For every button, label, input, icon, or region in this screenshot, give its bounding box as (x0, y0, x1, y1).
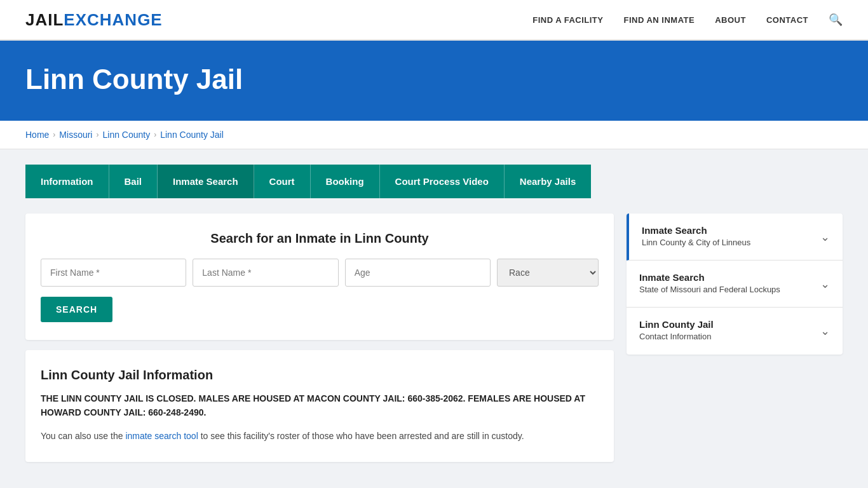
sidebar-item-2-subtitle: State of Missouri and Federal Lockups (639, 284, 780, 295)
breadcrumb: Home › Missouri › Linn County › Linn Cou… (25, 130, 843, 140)
info-description: You can also use the inmate search tool … (41, 429, 599, 444)
chevron-down-icon-2: ⌄ (820, 277, 830, 291)
main-nav: FIND A FACILITY FIND AN INMATE ABOUT CON… (532, 13, 843, 27)
last-name-input[interactable] (193, 259, 338, 287)
info-desc-1: You can also use the (41, 431, 125, 441)
inmate-search-link[interactable]: inmate search tool (125, 431, 198, 441)
search-title: Search for an Inmate in Linn County (41, 231, 599, 246)
breadcrumb-sep-1: › (53, 130, 55, 139)
info-title: Linn County Jail Information (41, 368, 599, 383)
sidebar-item-1-title: Inmate Search (642, 225, 750, 236)
header: JAILEXCHANGE FIND A FACILITY FIND AN INM… (0, 0, 868, 41)
tab-information[interactable]: Information (25, 165, 109, 198)
search-button[interactable]: SEARCH (41, 297, 112, 322)
header-search-button[interactable]: 🔍 (829, 13, 843, 27)
left-column: Search for an Inmate in Linn County Race… (25, 214, 614, 462)
info-warning: THE LINN COUNTY JAIL IS CLOSED. MALES AR… (41, 391, 599, 420)
tab-booking[interactable]: Booking (311, 165, 380, 198)
logo-exchange: EXCHANGE (64, 10, 162, 29)
breadcrumb-bar: Home › Missouri › Linn County › Linn Cou… (0, 121, 868, 149)
breadcrumb-sep-3: › (154, 130, 156, 139)
chevron-down-icon-3: ⌄ (820, 324, 830, 338)
right-sidebar: Inmate Search Linn County & City of Linn… (627, 214, 843, 355)
sidebar-item-2[interactable]: Inmate Search State of Missouri and Fede… (627, 261, 843, 308)
chevron-down-icon-1: ⌄ (820, 230, 830, 244)
sidebar-item-3-left: Linn County Jail Contact Information (639, 319, 714, 342)
tab-court[interactable]: Court (254, 165, 311, 198)
page-title: Linn County Jail (25, 64, 843, 95)
sidebar-item-3-title: Linn County Jail (639, 319, 714, 330)
sidebar-item-1[interactable]: Inmate Search Linn County & City of Linn… (627, 214, 843, 261)
sidebar-item-1-left: Inmate Search Linn County & City of Linn… (642, 225, 750, 248)
logo[interactable]: JAILEXCHANGE (25, 10, 163, 30)
nav-find-inmate[interactable]: FIND AN INMATE (623, 15, 695, 25)
nav-find-facility[interactable]: FIND A FACILITY (532, 15, 603, 25)
sidebar-item-2-left: Inmate Search State of Missouri and Fede… (639, 272, 780, 295)
main-content: Search for an Inmate in Linn County Race… (0, 198, 868, 487)
logo-jail: JAIL (25, 10, 64, 29)
first-name-input[interactable] (41, 259, 186, 287)
breadcrumb-sep-2: › (96, 130, 98, 139)
info-box: Linn County Jail Information THE LINN CO… (25, 350, 614, 462)
race-select[interactable]: Race White Black Hispanic Asian Native A… (497, 259, 599, 287)
info-desc-2: to see this facility's roster of those w… (198, 431, 524, 441)
tab-inmate-search[interactable]: Inmate Search (158, 165, 254, 198)
breadcrumb-state[interactable]: Missouri (59, 130, 92, 140)
search-box: Search for an Inmate in Linn County Race… (25, 214, 614, 340)
search-fields: Race White Black Hispanic Asian Native A… (41, 259, 599, 287)
sidebar-item-3[interactable]: Linn County Jail Contact Information ⌄ (627, 308, 843, 354)
age-input[interactable] (345, 259, 491, 287)
tab-court-process-video[interactable]: Court Process Video (380, 165, 505, 198)
tabs-bar: Information Bail Inmate Search Court Boo… (0, 149, 868, 198)
breadcrumb-home[interactable]: Home (25, 130, 49, 140)
sidebar-item-3-subtitle: Contact Information (639, 331, 714, 342)
breadcrumb-county[interactable]: Linn County (102, 130, 150, 140)
nav-contact[interactable]: CONTACT (766, 15, 808, 25)
tab-bail[interactable]: Bail (109, 165, 158, 198)
sidebar-item-1-subtitle: Linn County & City of Linneus (642, 237, 750, 248)
breadcrumb-jail[interactable]: Linn County Jail (160, 130, 224, 140)
tabs-container: Information Bail Inmate Search Court Boo… (25, 165, 843, 198)
tab-nearby-jails[interactable]: Nearby Jails (505, 165, 591, 198)
sidebar-item-2-title: Inmate Search (639, 272, 780, 283)
hero-section: Linn County Jail (0, 41, 868, 121)
nav-about[interactable]: ABOUT (715, 15, 746, 25)
